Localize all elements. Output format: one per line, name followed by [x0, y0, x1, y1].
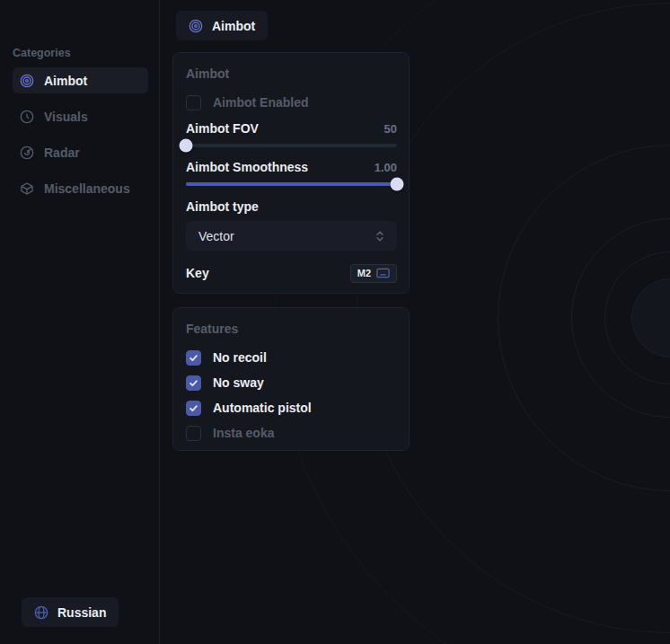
- sidebar-item-visuals[interactable]: Visuals: [13, 103, 148, 129]
- language-button[interactable]: Russian: [22, 597, 119, 627]
- checkbox-label: No sway: [213, 375, 264, 390]
- smoothness-value: 1.00: [375, 161, 397, 174]
- checkbox-box[interactable]: [186, 401, 201, 416]
- check-icon: [189, 378, 198, 388]
- smoothness-row: Aimbot Smoothness 1.00: [186, 160, 397, 174]
- target-icon: [20, 74, 34, 88]
- smoothness-slider-fill: [186, 182, 397, 186]
- checkbox-row-insta-eoka[interactable]: Insta eoka: [186, 425, 397, 441]
- radar-icon: [20, 146, 34, 160]
- app-window: Categories Aimbot Visuals: [0, 0, 670, 644]
- aimbot-panel: Aimbot Aimbot Enabled Aimbot FOV 50 Aimb…: [172, 52, 410, 294]
- decor-ring: [631, 278, 670, 357]
- smoothness-label: Aimbot Smoothness: [186, 160, 308, 174]
- checkbox-label: Insta eoka: [213, 426, 274, 440]
- checkbox-box[interactable]: [186, 375, 201, 391]
- panel-title: Aimbot: [186, 66, 229, 81]
- aimbot-type-label: Aimbot type: [186, 199, 259, 214]
- smoothness-slider[interactable]: [186, 182, 397, 186]
- decor-ring: [604, 251, 670, 384]
- sidebar-item-label: Miscellaneous: [44, 181, 130, 196]
- fov-label: Aimbot FOV: [186, 121, 259, 136]
- checkbox-label: Aimbot Enabled: [213, 95, 309, 110]
- aimbot-type-select[interactable]: Vector: [186, 221, 397, 251]
- sidebar-item-radar[interactable]: Radar: [13, 139, 148, 165]
- tab-label: Aimbot: [212, 19, 255, 33]
- sidebar: Categories Aimbot Visuals: [0, 0, 160, 644]
- key-binding-button[interactable]: M2: [350, 264, 397, 283]
- key-label: Key: [186, 266, 209, 280]
- keyboard-icon: [376, 268, 390, 278]
- categories-label: Categories: [13, 47, 71, 59]
- sidebar-item-label: Radar: [44, 146, 80, 160]
- key-binding-value: M2: [357, 268, 371, 278]
- features-panel: Features No recoil No sway: [172, 307, 410, 451]
- checkbox-row-no-recoil[interactable]: No recoil: [186, 349, 397, 366]
- aimbot-enabled-checkbox[interactable]: Aimbot Enabled: [186, 94, 397, 110]
- sidebar-item-label: Aimbot: [44, 74, 87, 88]
- checkbox-row-no-sway[interactable]: No sway: [186, 375, 397, 391]
- decor-ring: [571, 218, 670, 418]
- checkbox-box[interactable]: [186, 95, 201, 110]
- target-icon: [189, 19, 203, 33]
- key-row: Key M2: [186, 263, 397, 283]
- fov-slider-thumb[interactable]: [180, 139, 193, 153]
- checkbox-box[interactable]: [186, 350, 201, 366]
- globe-icon: [34, 605, 48, 620]
- fov-row: Aimbot FOV 50: [186, 121, 397, 136]
- sidebar-item-label: Visuals: [44, 110, 88, 124]
- checkbox-box[interactable]: [186, 426, 201, 441]
- checkbox-label: Automatic pistol: [213, 401, 312, 415]
- smoothness-slider-thumb[interactable]: [391, 178, 404, 191]
- panel-title: Features: [186, 322, 238, 336]
- check-icon: [189, 403, 198, 413]
- select-value: Vector: [198, 229, 234, 243]
- fov-slider[interactable]: [186, 144, 397, 147]
- tab-aimbot[interactable]: Aimbot: [176, 11, 268, 40]
- checkbox-label: No recoil: [213, 350, 267, 365]
- aimbot-type-row: Aimbot type: [186, 198, 397, 215]
- decor-ring: [498, 145, 670, 491]
- eye-icon: [20, 110, 34, 124]
- language-button-label: Russian: [57, 605, 106, 620]
- package-icon: [20, 181, 34, 196]
- fov-value: 50: [384, 122, 397, 136]
- unfold-icon: [374, 230, 386, 243]
- sidebar-item-aimbot[interactable]: Aimbot: [13, 67, 148, 93]
- sidebar-item-miscellaneous[interactable]: Miscellaneous: [13, 175, 148, 201]
- sidebar-nav: Aimbot Visuals Radar: [13, 67, 148, 211]
- checkbox-row-automatic-pistol[interactable]: Automatic pistol: [186, 400, 397, 416]
- check-icon: [189, 353, 198, 363]
